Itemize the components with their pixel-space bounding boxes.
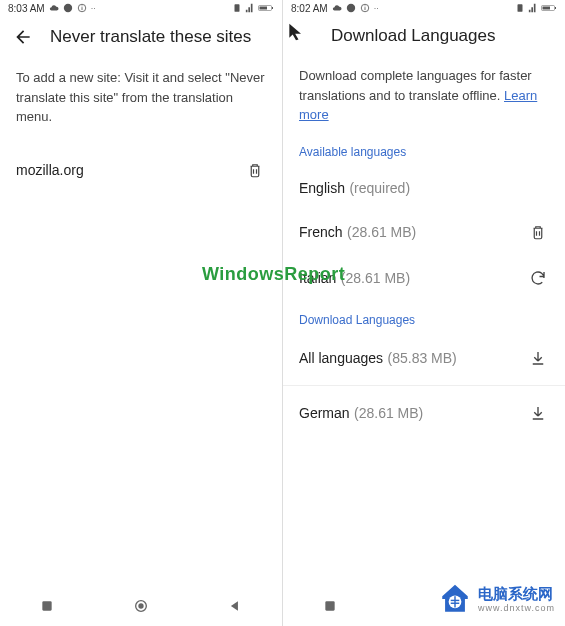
- battery-icon: [541, 3, 557, 13]
- page-title: Never translate these sites: [50, 27, 251, 47]
- available-languages-header: Available languages: [299, 145, 549, 159]
- svg-rect-6: [260, 7, 268, 10]
- language-meta: (85.83 MB): [388, 350, 457, 366]
- description-text: To add a new site: Visit it and select "…: [16, 68, 266, 127]
- back-nav-button[interactable]: [225, 596, 245, 616]
- svg-rect-18: [555, 7, 556, 9]
- sim-icon: [232, 3, 242, 13]
- svg-point-0: [64, 4, 72, 12]
- language-meta: (28.61 MB): [354, 405, 423, 421]
- status-bar-right: 8:02 AM ··: [283, 0, 565, 16]
- language-name: All languages: [299, 350, 383, 366]
- download-languages-pane: 8:02 AM ·· Download Languages Download c…: [283, 0, 565, 626]
- svg-rect-15: [518, 4, 523, 12]
- signal-icon: [528, 3, 538, 13]
- language-row-english: English (required): [299, 167, 549, 209]
- svg-rect-4: [235, 4, 240, 12]
- page-header-right: Download Languages: [283, 16, 565, 56]
- language-meta: (28.61 MB): [341, 270, 410, 286]
- recent-apps-button[interactable]: [37, 596, 57, 616]
- android-navbar-left: [0, 586, 282, 626]
- battery-icon: [258, 3, 274, 13]
- language-name: English: [299, 180, 345, 196]
- home-button[interactable]: [131, 596, 151, 616]
- cloud-icon: [332, 3, 342, 13]
- delete-language-button[interactable]: [527, 221, 549, 243]
- status-bar-left: 8:03 AM ··: [0, 0, 282, 16]
- sim-icon: [515, 3, 525, 13]
- divider: [283, 385, 565, 386]
- svg-rect-7: [272, 7, 273, 9]
- android-navbar-right: [283, 586, 565, 626]
- more-icon: ··: [374, 3, 379, 13]
- language-meta: (28.61 MB): [347, 224, 416, 240]
- download-languages-header: Download Languages: [299, 313, 549, 327]
- language-name: German: [299, 405, 350, 421]
- language-name: French: [299, 224, 343, 240]
- recent-apps-button[interactable]: [320, 596, 340, 616]
- svg-rect-17: [543, 7, 551, 10]
- language-row-german: German (28.61 MB): [299, 390, 549, 436]
- description-body: Download complete languages for faster t…: [299, 68, 532, 103]
- svg-rect-13: [364, 7, 365, 10]
- status-time: 8:03 AM: [8, 3, 45, 14]
- status-time: 8:02 AM: [291, 3, 328, 14]
- language-row-italian: Italian (28.61 MB): [299, 255, 549, 301]
- language-row-all: All languages (85.83 MB): [299, 335, 549, 381]
- info-icon: [77, 3, 87, 13]
- signal-icon: [245, 3, 255, 13]
- download-language-button[interactable]: [527, 347, 549, 369]
- download-language-button[interactable]: [527, 402, 549, 424]
- description-text: Download complete languages for faster t…: [299, 66, 549, 125]
- svg-rect-19: [325, 601, 334, 610]
- svg-rect-14: [364, 6, 365, 7]
- svg-rect-2: [81, 7, 82, 10]
- site-name: mozilla.org: [16, 162, 84, 178]
- cloud-icon: [49, 3, 59, 13]
- reddit-icon: [63, 3, 73, 13]
- reddit-icon: [346, 3, 356, 13]
- info-icon: [360, 3, 370, 13]
- page-title: Download Languages: [331, 26, 495, 46]
- back-button[interactable]: [12, 26, 34, 48]
- svg-rect-8: [42, 601, 51, 610]
- site-row: mozilla.org: [16, 147, 266, 193]
- more-icon: ··: [91, 3, 96, 13]
- never-translate-pane: 8:03 AM ·· Never translate these sites T…: [0, 0, 283, 626]
- page-header-left: Never translate these sites: [0, 16, 282, 58]
- language-meta: (required): [349, 180, 410, 196]
- svg-point-10: [138, 603, 143, 608]
- language-row-french: French (28.61 MB): [299, 209, 549, 255]
- language-name: Italian: [299, 270, 336, 286]
- delete-site-button[interactable]: [244, 159, 266, 181]
- svg-point-11: [347, 4, 355, 12]
- refresh-language-button[interactable]: [527, 267, 549, 289]
- svg-rect-3: [81, 6, 82, 7]
